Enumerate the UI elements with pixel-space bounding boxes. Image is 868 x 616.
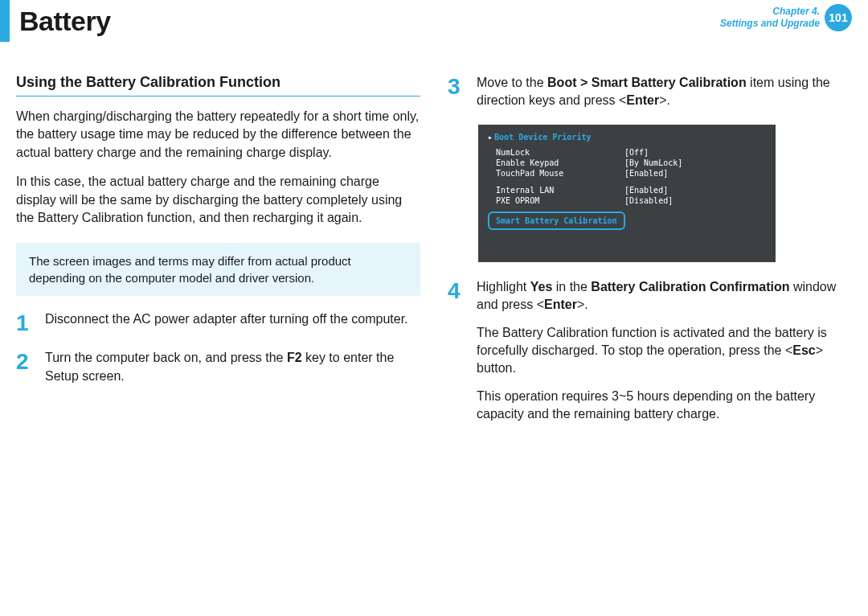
option-name: Yes bbox=[530, 280, 553, 294]
header-accent-bar bbox=[0, 0, 10, 42]
page-header: Battery Chapter 4. Settings and Upgrade … bbox=[16, 0, 852, 42]
note-box: The screen images and terms may differ f… bbox=[16, 243, 420, 296]
text-run: >. bbox=[577, 298, 588, 311]
intro-paragraph-2: In this case, the actual battery charge … bbox=[16, 173, 420, 227]
chapter-label: Chapter 4. Settings and Upgrade bbox=[720, 6, 820, 30]
step-4-text-1: Highlight Yes in the Battery Calibration… bbox=[477, 278, 852, 314]
text-run: Turn the computer back on, and press the bbox=[45, 351, 287, 364]
bios-value: [Off] bbox=[624, 148, 649, 157]
key-name: Esc bbox=[792, 343, 815, 357]
text-run: Highlight bbox=[477, 280, 530, 294]
bios-highlighted-item: Smart Battery Calibration bbox=[488, 211, 625, 230]
bios-row: TouchPad Mouse[Enabled] bbox=[488, 169, 766, 178]
step-4-text-3: This operation requires 3~5 hours depend… bbox=[477, 388, 852, 424]
intro-paragraph-1: When charging/discharging the battery re… bbox=[16, 108, 420, 162]
step-number: 4 bbox=[448, 278, 467, 302]
text-run: >. bbox=[659, 93, 670, 107]
chapter-line-1: Chapter 4. bbox=[720, 6, 820, 18]
text-run: Move to the bbox=[477, 76, 547, 89]
step-number: 3 bbox=[448, 74, 467, 98]
left-column: Using the Battery Calibration Function W… bbox=[16, 74, 420, 438]
bios-menu-header: ▸Boot Device Priority bbox=[488, 133, 766, 142]
triangle-icon: ▸ bbox=[488, 133, 493, 142]
document-page: Battery Chapter 4. Settings and Upgrade … bbox=[0, 0, 868, 616]
bios-key: Enable Keypad bbox=[488, 158, 624, 167]
spacer bbox=[488, 179, 766, 186]
chapter-line-2: Settings and Upgrade bbox=[720, 18, 820, 30]
step-2: 2 Turn the computer back on, and press t… bbox=[16, 349, 420, 385]
text-run: The Battery Calibration function is acti… bbox=[477, 326, 827, 357]
key-name: Enter bbox=[544, 298, 577, 311]
bios-value: [Enabled] bbox=[624, 169, 668, 178]
menu-path: Boot > Smart Battery Calibration bbox=[547, 76, 747, 89]
bios-key: Internal LAN bbox=[488, 186, 624, 195]
step-body: Disconnect the AC power adapter after tu… bbox=[45, 310, 420, 328]
bios-screenshot: ▸Boot Device Priority NumLock[Off] Enabl… bbox=[478, 125, 776, 262]
bios-row: NumLock[Off] bbox=[488, 148, 766, 157]
key-name: F2 bbox=[287, 351, 302, 364]
step-number: 2 bbox=[16, 349, 35, 373]
bios-row: Enable Keypad[By NumLock] bbox=[488, 158, 766, 167]
step-1: 1 Disconnect the AC power adapter after … bbox=[16, 310, 420, 335]
bios-header-text: Boot Device Priority bbox=[494, 133, 591, 142]
step-body: Move to the Boot > Smart Battery Calibra… bbox=[477, 74, 852, 110]
step-3-text: Move to the Boot > Smart Battery Calibra… bbox=[477, 74, 852, 110]
bios-key: TouchPad Mouse bbox=[488, 169, 624, 178]
step-4-text-2: The Battery Calibration function is acti… bbox=[477, 324, 852, 378]
bios-value: [Disabled] bbox=[624, 196, 673, 205]
content-columns: Using the Battery Calibration Function W… bbox=[16, 74, 852, 438]
bios-value: [Enabled] bbox=[624, 186, 668, 195]
key-name: Enter bbox=[626, 93, 659, 107]
bios-key: PXE OPROM bbox=[488, 196, 624, 205]
step-3: 3 Move to the Boot > Smart Battery Calib… bbox=[448, 74, 852, 110]
bios-key: NumLock bbox=[488, 148, 624, 157]
step-number: 1 bbox=[16, 310, 35, 335]
window-name: Battery Calibration Confirmation bbox=[591, 280, 789, 294]
step-body: Turn the computer back on, and press the… bbox=[45, 349, 420, 385]
bios-value: [By NumLock] bbox=[624, 158, 682, 167]
step-4: 4 Highlight Yes in the Battery Calibrati… bbox=[448, 278, 852, 424]
step-2-text: Turn the computer back on, and press the… bbox=[45, 349, 420, 385]
section-heading: Using the Battery Calibration Function bbox=[16, 74, 420, 97]
bios-row: PXE OPROM[Disabled] bbox=[488, 196, 766, 205]
step-body: Highlight Yes in the Battery Calibration… bbox=[477, 278, 852, 424]
header-right: Chapter 4. Settings and Upgrade 101 bbox=[720, 0, 852, 35]
text-run: in the bbox=[552, 280, 591, 294]
bios-row: Internal LAN[Enabled] bbox=[488, 186, 766, 195]
page-number-badge: 101 bbox=[825, 4, 852, 31]
right-column: 3 Move to the Boot > Smart Battery Calib… bbox=[448, 74, 852, 438]
step-1-text: Disconnect the AC power adapter after tu… bbox=[45, 310, 420, 328]
